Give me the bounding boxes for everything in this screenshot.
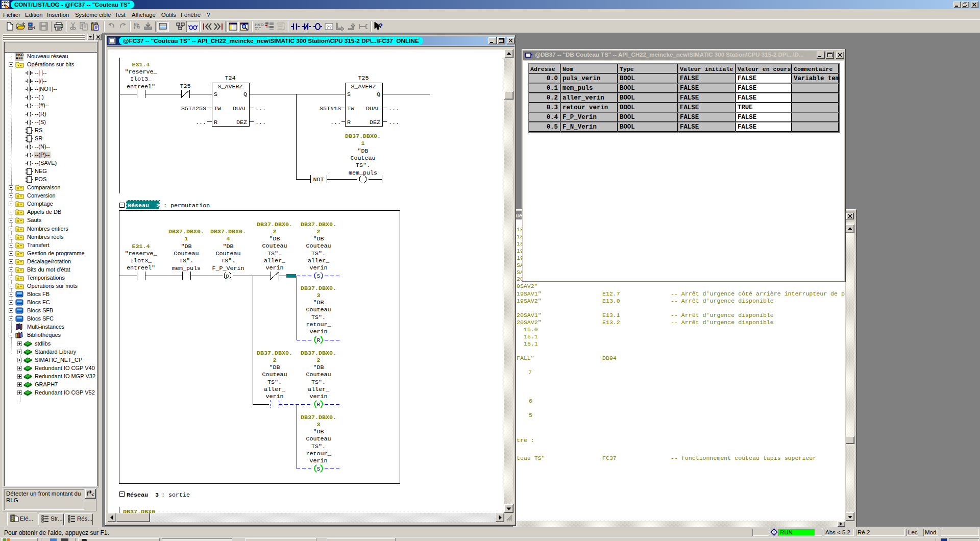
svg-text:Ilot3_: Ilot3_ <box>130 76 152 83</box>
svg-text:DUAL: DUAL <box>233 105 247 112</box>
svg-text:E31.4: E31.4 <box>132 61 150 68</box>
svg-text:DB37.DBX0.: DB37.DBX0. <box>210 228 246 235</box>
svg-text:NOT: NOT <box>313 176 324 183</box>
svg-text:"DB: "DB <box>313 364 324 371</box>
svg-text:"DB: "DB <box>269 364 280 371</box>
svg-text:S: S <box>214 91 217 98</box>
svg-text:TS".: TS". <box>311 314 326 321</box>
svg-text:verin: verin <box>309 328 327 335</box>
svg-text:"reserve_: "reserve_ <box>125 68 157 76</box>
svg-text:DB37.DBX0: DB37.DBX0 <box>123 508 155 513</box>
svg-text:TS".: TS". <box>311 250 326 257</box>
svg-text:"DB: "DB <box>357 147 368 155</box>
svg-text:"DB: "DB <box>223 243 233 250</box>
svg-text:"reserve_: "reserve_ <box>125 250 157 257</box>
svg-text:TS".: TS". <box>311 443 326 450</box>
svg-text:Couteau: Couteau <box>174 250 199 257</box>
svg-text:entreel": entreel" <box>127 83 155 90</box>
svg-text:DUAL: DUAL <box>366 105 380 112</box>
svg-text:T25: T25 <box>358 75 369 82</box>
svg-text:Ilot3_: Ilot3_ <box>130 257 152 264</box>
svg-text:TS".: TS". <box>267 379 282 386</box>
svg-text:T24: T24 <box>225 75 235 82</box>
svg-text:entreel": entreel" <box>127 264 155 272</box>
svg-text:S_AVERZ: S_AVERZ <box>217 83 242 90</box>
svg-text:TS".: TS". <box>267 250 282 257</box>
svg-text:Couteau: Couteau <box>306 242 331 250</box>
svg-text:retour_: retour_ <box>306 450 331 457</box>
svg-text:DEZ: DEZ <box>236 119 247 126</box>
svg-text:"DB: "DB <box>181 243 191 250</box>
svg-text:DB37.DBX0.: DB37.DBX0. <box>301 221 336 228</box>
svg-text:Couteau: Couteau <box>306 306 331 313</box>
svg-text:...: ... <box>255 105 266 112</box>
svg-text:DB37.DBX0.: DB37.DBX0. <box>257 221 292 228</box>
svg-text:DB37.DBX0.: DB37.DBX0. <box>345 133 381 140</box>
svg-text:Réseau 2: Réseau 2 <box>128 202 160 209</box>
svg-text:TS".: TS". <box>179 257 193 264</box>
svg-text:F_P_Verin: F_P_Verin <box>212 265 244 272</box>
svg-text:1: 1 <box>361 140 364 147</box>
svg-text:DB37.DBX0.: DB37.DBX0. <box>168 228 204 235</box>
svg-text:Q: Q <box>377 91 380 98</box>
svg-text:verin: verin <box>309 264 327 272</box>
svg-text:"DB: "DB <box>269 235 280 242</box>
svg-text:2: 2 <box>316 357 320 364</box>
svg-text:aller_: aller_ <box>264 257 286 264</box>
svg-text:S: S <box>317 466 320 472</box>
svg-text:R: R <box>317 402 321 408</box>
svg-text:2: 2 <box>273 228 276 235</box>
svg-text:verin: verin <box>309 393 327 400</box>
svg-text:"DB: "DB <box>313 235 324 242</box>
svg-text:3: 3 <box>316 421 320 428</box>
svg-text:R: R <box>317 337 321 343</box>
svg-text:DB37.DBX0.: DB37.DBX0. <box>301 414 336 421</box>
svg-text:DB37.DBX0.: DB37.DBX0. <box>301 285 336 292</box>
svg-text:...: ... <box>388 105 399 112</box>
svg-text:Couteau: Couteau <box>262 242 287 250</box>
svg-text:DB37.DBX0.: DB37.DBX0. <box>257 350 292 357</box>
svg-text:verin: verin <box>265 393 283 400</box>
svg-text:...: ... <box>255 119 266 126</box>
svg-text:R: R <box>214 119 217 126</box>
svg-text:TW: TW <box>214 105 222 112</box>
svg-text:aller_: aller_ <box>308 386 330 393</box>
svg-text:S_AVERZ: S_AVERZ <box>351 83 376 90</box>
svg-text:4: 4 <box>226 235 230 242</box>
svg-text:2: 2 <box>316 228 320 235</box>
svg-text:??: ?? <box>326 24 332 30</box>
svg-text:p: p <box>226 273 229 279</box>
svg-text:TS".: TS". <box>221 257 235 264</box>
svg-text:HKO: HKO <box>16 53 23 57</box>
svg-text:2: 2 <box>273 357 276 364</box>
svg-text:S: S <box>347 91 351 98</box>
svg-text:TS".: TS". <box>356 162 370 169</box>
svg-text:Couteau: Couteau <box>215 250 240 257</box>
svg-text:aller_: aller_ <box>308 257 330 264</box>
svg-text:verin: verin <box>309 457 327 464</box>
svg-text:S: S <box>317 273 320 279</box>
svg-text:DB37.DBX0.: DB37.DBX0. <box>301 350 336 357</box>
svg-text:Couteau: Couteau <box>350 155 375 162</box>
svg-text:E31.4: E31.4 <box>132 243 150 250</box>
svg-text:Couteau: Couteau <box>262 371 287 378</box>
svg-text:1: 1 <box>184 235 188 242</box>
svg-text:Q: Q <box>243 91 247 98</box>
svg-text:retour_: retour_ <box>306 321 331 328</box>
svg-text:<: < <box>91 492 94 498</box>
svg-text:HKO: HKO <box>255 22 264 27</box>
svg-text:R: R <box>347 119 351 126</box>
svg-text:T25: T25 <box>180 83 190 90</box>
svg-text:"DB: "DB <box>313 299 324 306</box>
svg-text:3: 3 <box>316 292 320 299</box>
svg-text:verin: verin <box>265 264 283 272</box>
svg-text:Couteau: Couteau <box>306 435 331 442</box>
svg-text:TW: TW <box>347 105 355 112</box>
svg-text:: sortie: : sortie <box>161 491 190 499</box>
svg-text:...: ... <box>195 119 206 126</box>
svg-text:mem_puls: mem_puls <box>349 169 377 177</box>
svg-text:aller_: aller_ <box>264 386 286 393</box>
svg-text:Couteau: Couteau <box>306 371 331 378</box>
svg-text:S5T#1S: S5T#1S <box>320 105 341 112</box>
svg-text:: permutation: : permutation <box>163 202 210 209</box>
